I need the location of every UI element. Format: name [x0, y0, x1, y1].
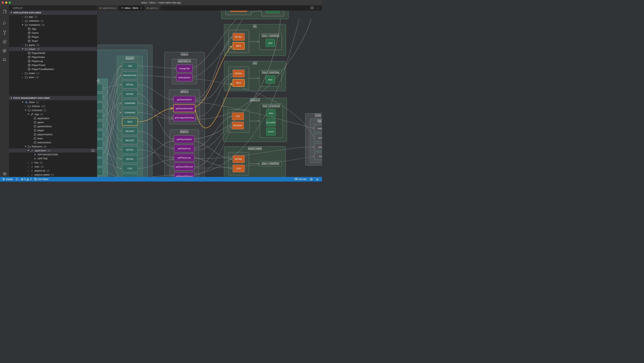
debug-off-icon[interactable]: [0, 38, 9, 46]
node-live-detail[interactable]: DETAIL: [232, 33, 245, 41]
node-playerList-list[interactable]: LIST: [232, 112, 244, 120]
node-fragment-play[interactable]: play: [314, 143, 322, 151]
node-fragment-gam[interactable]: gam: [314, 134, 322, 142]
tree-row-PlayerTrend[interactable]: PlayerTrend: [9, 63, 97, 67]
node-fragment-tea[interactable]: tea: [314, 152, 322, 160]
chevron-down-icon[interactable]: [27, 114, 30, 115]
split-editor-icon[interactable]: [311, 6, 314, 10]
tree-row-player[interactable]: Splayer: [9, 128, 97, 132]
chevron-right-icon[interactable]: ▷: [27, 162, 30, 164]
more-actions-icon[interactable]: ⋯: [316, 6, 319, 10]
tree-row-PlayerDetail[interactable]: PlayerDetail: [9, 51, 97, 55]
node-playerLoaded-detail[interactable]: DETAIL: [232, 155, 245, 163]
node-action-getGameDetail[interactable]: getGameDetail: [173, 96, 195, 103]
tree-row-Game[interactable]: Game: [9, 31, 97, 35]
node-action-getLeagueStanding[interactable]: getLeagueStanding: [173, 114, 195, 121]
tree-row-Actions[interactable]: ▷Actions(13): [9, 104, 97, 108]
chevron-down-icon[interactable]: [22, 102, 24, 103]
live-share-item[interactable]: Live Share: [34, 178, 48, 180]
tree-row-application[interactable]: Sapplication: [9, 116, 97, 120]
tree-row-collection[interactable]: ▷collection(1): [9, 19, 97, 23]
node-dispatch-tab-1[interactable]: TAB: [122, 62, 138, 70]
tree-row-over[interactable]: ▷ƒover(2): [9, 164, 97, 169]
node-playerList-prop-isLoaded[interactable]: isLoaded: [266, 118, 276, 126]
node-dispatch-recent-8[interactable]: RECENT: [122, 128, 138, 135]
node-dispatch-detail-10[interactable]: DETAIL: [122, 146, 138, 154]
node-dispatch-detail-4[interactable]: DETAIL: [122, 90, 138, 98]
node-dispatch-detail-3[interactable]: DETAIL: [122, 81, 138, 88]
node-playerLoaded-log[interactable]: LOG: [232, 164, 245, 172]
tree-row-gameActions[interactable]: DgameActions: [9, 124, 97, 128]
tree-row-teamActions[interactable]: DteamActions: [9, 140, 97, 144]
tree-row-game[interactable]: Sgame: [9, 120, 97, 124]
tree-row-share[interactable]: ▷share(2): [9, 71, 97, 75]
chevron-down-icon[interactable]: [24, 146, 27, 147]
node-action-getSearchRecord[interactable]: getSearchRecord: [174, 163, 194, 170]
node-dispatch-info-7[interactable]: INFO: [122, 118, 138, 126]
chevron-right-icon[interactable]: ▷: [22, 20, 24, 22]
node-action-toNavigation[interactable]: toNavigation: [176, 74, 192, 81]
tree-row-playerLoaded[interactable]: ▷ƒplayerLoaded(2): [9, 173, 97, 177]
node-dispatch-standing-5[interactable]: STANDING: [122, 100, 138, 107]
node-action-getGameGeneral[interactable]: getGameGeneral: [173, 104, 195, 112]
go-live-item[interactable]: Go Live: [295, 178, 306, 180]
tree-row-playerActions[interactable]: DplayerActions: [9, 132, 97, 136]
settings-gear-icon[interactable]: [0, 170, 9, 178]
tab-application-js[interactable]: JS application.js: [97, 5, 119, 10]
node-dispatch-recent-9[interactable]: RECENT: [122, 136, 138, 144]
tree-row-PlayerLog[interactable]: PlayerLog: [9, 59, 97, 63]
tree-row-Team[interactable]: Team: [9, 39, 97, 43]
notifications-bell-icon[interactable]: [316, 178, 318, 180]
node-live-prop-data[interactable]: data: [266, 39, 275, 47]
tree-row-APP.TAB[interactable]: APP.TAB: [9, 156, 97, 160]
tree-row-app[interactable]: ▷app(1): [9, 15, 97, 19]
node-action-getPlayerLog[interactable]: getPlayerLog: [174, 154, 194, 162]
tree-row-containers[interactable]: containers(4): [9, 23, 97, 27]
tree-row-playerList[interactable]: ▷ƒplayerList(2): [9, 169, 97, 173]
node-action-getPlayerDetail[interactable]: getPlayerDetail: [174, 135, 194, 143]
node-over-info[interactable]: INFO: [232, 79, 245, 87]
chevron-down-icon[interactable]: [22, 48, 24, 50]
tree-row-App[interactable]: App: [9, 27, 97, 31]
node-playerList-recent[interactable]: RECENT: [232, 122, 244, 129]
feedback-smiley-icon[interactable]: [310, 178, 312, 180]
node-playerList-prop-recent[interactable]: recent: [266, 128, 276, 136]
close-icon[interactable]: ×: [140, 7, 142, 10]
node-fragment-applic[interactable]: applic: [314, 124, 322, 132]
node-dispatch-log-12[interactable]: LOG: [122, 164, 138, 172]
node-action-getPlayerList[interactable]: getPlayerList: [174, 144, 194, 152]
source-control-icon[interactable]: [0, 29, 9, 36]
section-header-state-management-explorer[interactable]: STATE MANAGEMENT EXPLORER: [9, 96, 97, 100]
node-action-changeTab[interactable]: changeTab: [176, 64, 192, 72]
tab-game-js[interactable]: JS game.js: [144, 5, 161, 10]
tree-row-game[interactable]: ▷game(5): [9, 43, 97, 47]
tree-row-Player[interactable]: Player: [9, 35, 97, 39]
chevron-right-icon[interactable]: ▷: [22, 72, 24, 74]
chevron-right-icon[interactable]: ▷: [24, 105, 27, 107]
git-branch-item[interactable]: master: [3, 178, 13, 180]
copilot-app-icon[interactable]: A V❋@: [0, 56, 9, 63]
tree-row-APP.NAVIGATION[interactable]: APP.NAVIGATION: [9, 152, 97, 156]
tree-row-App[interactable]: App(7): [9, 112, 97, 116]
node-over-prop-data[interactable]: data: [266, 76, 275, 84]
node-over-detail[interactable]: DETAIL: [232, 70, 245, 77]
monitor-icon[interactable]: [91, 149, 94, 152]
tree-row-team[interactable]: Steam: [9, 136, 97, 140]
tree-row-Store[interactable]: Store(3): [9, 100, 97, 104]
tree-row-application[interactable]: ƒapplication(2): [9, 148, 97, 152]
search-icon[interactable]: [0, 20, 9, 27]
window-minimize-button[interactable]: [5, 2, 7, 4]
chevron-right-icon[interactable]: ▷: [22, 16, 24, 18]
tree-row-PlayerIndex[interactable]: PlayerIndex: [9, 55, 97, 59]
node-dispatch-detail-11[interactable]: DETAIL: [122, 155, 138, 163]
tree-row-Reducers[interactable]: Reducers(8): [9, 144, 97, 148]
chevron-right-icon[interactable]: ▷: [27, 174, 30, 176]
chevron-down-icon[interactable]: [22, 24, 24, 25]
window-zoom-button[interactable]: [9, 2, 11, 4]
chevron-right-icon[interactable]: ▷: [22, 44, 24, 46]
node-playerList-prop-data[interactable]: data: [266, 109, 276, 117]
chevron-right-icon[interactable]: ▷: [27, 170, 30, 172]
tree-row-live[interactable]: ▷ƒlive(2): [9, 160, 97, 164]
node-live-info[interactable]: INFO: [232, 42, 245, 50]
tree-row-team[interactable]: ▷team(4): [9, 75, 97, 79]
